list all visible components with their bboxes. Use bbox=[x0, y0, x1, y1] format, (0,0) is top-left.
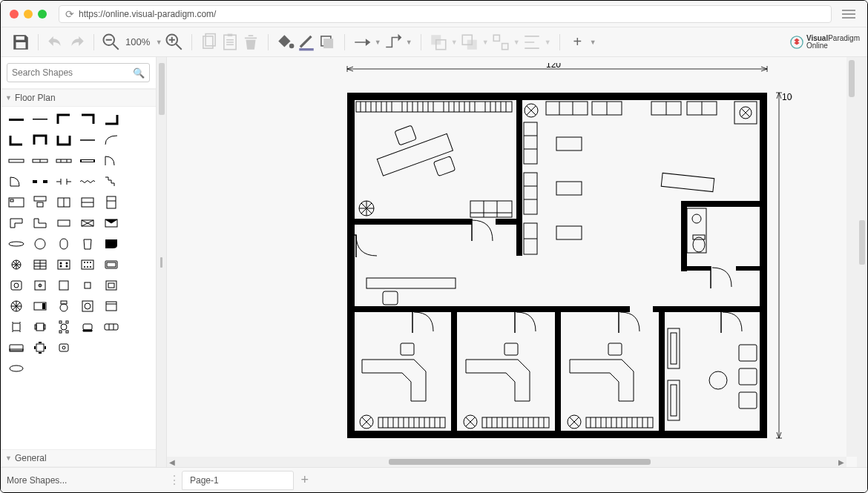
group-dropdown[interactable]: ▼ bbox=[512, 33, 521, 52]
shape-toilet[interactable] bbox=[54, 298, 73, 314]
to-back-button[interactable] bbox=[460, 33, 479, 52]
zoom-level[interactable]: 100% bbox=[122, 36, 153, 47]
shape-sink[interactable] bbox=[54, 340, 73, 356]
page-drag-handle[interactable]: ⋮ bbox=[167, 473, 182, 487]
delete-button[interactable] bbox=[241, 33, 260, 52]
more-shapes-link[interactable]: More Shapes... bbox=[7, 475, 67, 486]
drawing-canvas[interactable]: 120 100 bbox=[167, 57, 846, 457]
shape-dishwasher[interactable] bbox=[102, 298, 121, 314]
shape-corner-tr[interactable] bbox=[78, 111, 97, 128]
maximize-window-button[interactable] bbox=[38, 10, 47, 19]
shape-ldesk[interactable] bbox=[7, 215, 26, 231]
sidebar-splitter[interactable] bbox=[157, 57, 167, 467]
shape-piano[interactable] bbox=[102, 236, 121, 252]
shape-armchair[interactable] bbox=[78, 319, 97, 335]
line-color-button[interactable] bbox=[297, 33, 316, 52]
general-section-header[interactable]: ▼ General bbox=[1, 449, 156, 467]
page-tab[interactable]: Page-1 bbox=[182, 471, 294, 490]
shape-lamp[interactable] bbox=[54, 236, 73, 252]
brand-logo[interactable]: VisualParadigm Online bbox=[790, 35, 860, 50]
shape-microwave[interactable] bbox=[30, 298, 50, 314]
shape-u-top[interactable] bbox=[30, 132, 50, 148]
shape-u-bottom[interactable] bbox=[54, 132, 73, 148]
shape-wall-thin[interactable] bbox=[30, 111, 50, 128]
fill-color-button[interactable] bbox=[276, 33, 295, 52]
reload-icon[interactable]: ⟳ bbox=[65, 8, 74, 20]
shape-opening2[interactable] bbox=[54, 173, 73, 190]
save-button[interactable] bbox=[11, 33, 30, 52]
shape-stairs[interactable] bbox=[102, 173, 121, 190]
copy-button[interactable] bbox=[200, 33, 219, 52]
shape-curtain[interactable] bbox=[78, 173, 97, 190]
url-bar[interactable]: ⟳ https://online.visual-paradigm.com/ bbox=[59, 5, 832, 23]
shape-table[interactable] bbox=[54, 215, 73, 231]
connection-button[interactable] bbox=[352, 33, 372, 52]
shape-plant[interactable] bbox=[7, 257, 26, 273]
shape-oval[interactable] bbox=[7, 236, 26, 252]
scroll-right-arrow[interactable]: ▶ bbox=[836, 458, 846, 466]
shape-refrigerator[interactable] bbox=[102, 194, 121, 211]
shape-cabinet[interactable] bbox=[54, 194, 73, 211]
shape-window4[interactable] bbox=[78, 153, 97, 169]
to-front-button[interactable] bbox=[429, 33, 448, 52]
shape-window[interactable] bbox=[7, 153, 26, 169]
search-shapes-box[interactable]: 🔍 bbox=[7, 63, 150, 82]
shape-tv[interactable] bbox=[102, 257, 121, 273]
shape-window2[interactable] bbox=[30, 153, 50, 169]
add-button[interactable]: + bbox=[568, 33, 587, 52]
minimize-window-button[interactable] bbox=[24, 10, 33, 19]
shape-door2[interactable] bbox=[7, 173, 26, 190]
shape-segments[interactable] bbox=[7, 298, 26, 314]
shape-washer[interactable] bbox=[78, 298, 97, 314]
shape-chair[interactable] bbox=[7, 319, 26, 335]
shape-square[interactable] bbox=[54, 277, 73, 294]
zoom-in-button[interactable] bbox=[165, 33, 184, 52]
search-icon[interactable]: 🔍 bbox=[133, 67, 145, 79]
shape-dots[interactable] bbox=[78, 257, 97, 273]
shape-arc[interactable] bbox=[102, 132, 121, 148]
shape-line-h[interactable] bbox=[78, 132, 97, 148]
shape-ellipse[interactable] bbox=[7, 360, 26, 377]
shape-envelope[interactable] bbox=[102, 215, 121, 231]
shape-corner-tl[interactable] bbox=[54, 111, 73, 128]
add-dropdown[interactable]: ▼ bbox=[588, 33, 597, 52]
search-shapes-input[interactable] bbox=[12, 67, 133, 78]
shape-table2[interactable] bbox=[78, 215, 97, 231]
to-front-dropdown[interactable]: ▼ bbox=[450, 33, 458, 52]
zoom-out-button[interactable] bbox=[102, 33, 121, 52]
shape-sofa2[interactable] bbox=[7, 340, 26, 356]
shape-switch[interactable] bbox=[30, 277, 50, 294]
shape-dresser[interactable] bbox=[78, 194, 97, 211]
vertical-scrollbar[interactable] bbox=[846, 57, 857, 457]
shape-table-round[interactable] bbox=[54, 319, 73, 335]
shape-window3[interactable] bbox=[54, 153, 73, 169]
right-splitter[interactable] bbox=[857, 57, 867, 467]
scroll-left-arrow[interactable]: ◀ bbox=[167, 458, 177, 466]
shape-fan[interactable] bbox=[30, 236, 50, 252]
shape-door[interactable] bbox=[102, 153, 121, 169]
connection-dropdown[interactable]: ▼ bbox=[373, 33, 382, 52]
add-page-button[interactable]: + bbox=[297, 472, 313, 489]
close-window-button[interactable] bbox=[10, 10, 19, 19]
shape-wall[interactable] bbox=[7, 111, 26, 128]
hamburger-menu-icon[interactable] bbox=[839, 6, 858, 22]
shape-bed[interactable] bbox=[7, 194, 26, 211]
shape-stove[interactable] bbox=[54, 257, 73, 273]
align-button[interactable] bbox=[522, 33, 542, 52]
shape-corner-bl[interactable] bbox=[7, 132, 26, 148]
shape-sofa[interactable] bbox=[102, 319, 121, 335]
horizontal-scrollbar[interactable]: ◀ ▶ bbox=[167, 457, 846, 467]
shape-drawer[interactable] bbox=[30, 257, 50, 273]
undo-button[interactable] bbox=[46, 33, 65, 52]
shape-desk[interactable] bbox=[30, 194, 50, 211]
waypoint-dropdown[interactable]: ▼ bbox=[404, 33, 413, 52]
paste-button[interactable] bbox=[220, 33, 240, 52]
floor-plan-section-header[interactable]: ▼ Floor Plan bbox=[1, 89, 156, 107]
shape-small-sq[interactable] bbox=[78, 277, 97, 294]
zoom-dropdown[interactable]: ▼ bbox=[154, 33, 163, 52]
shape-nested[interactable] bbox=[102, 277, 121, 294]
shape-trash[interactable] bbox=[78, 236, 97, 252]
shadow-button[interactable] bbox=[318, 33, 337, 52]
shape-ldesk2[interactable] bbox=[30, 215, 50, 231]
waypoint-button[interactable] bbox=[384, 33, 403, 52]
